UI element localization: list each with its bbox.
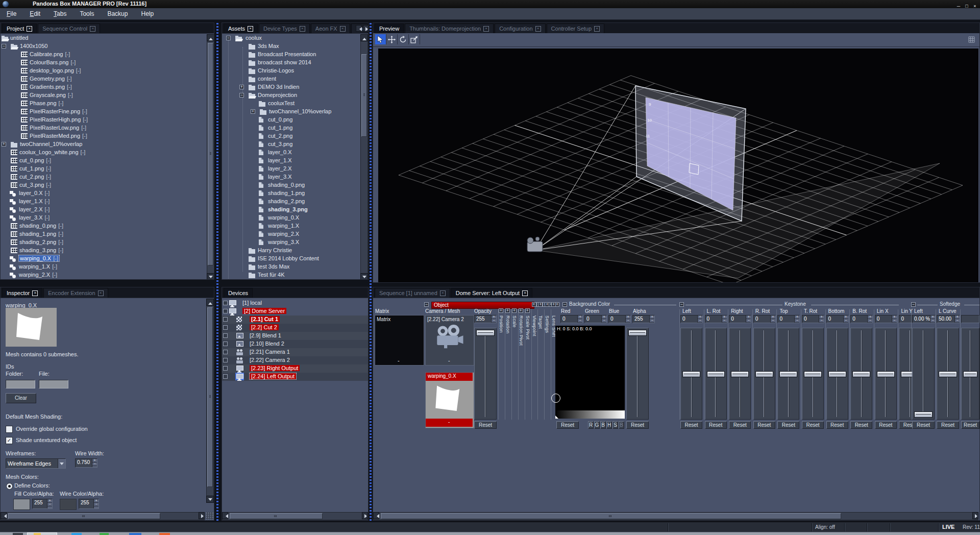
spinner-buttons[interactable]: +−: [867, 315, 872, 323]
param-expander[interactable]: +: [525, 308, 530, 313]
keystone-slider[interactable]: [753, 328, 775, 420]
select-tool-icon[interactable]: [375, 34, 386, 44]
tree-item-label[interactable]: PixelRasterMed.png[-]: [30, 133, 87, 139]
spinner-buttons[interactable]: +−: [601, 315, 606, 323]
device-row[interactable]: [1] local: [222, 299, 368, 307]
channel-r-button[interactable]: R: [588, 421, 594, 429]
keystone-value[interactable]: 0+−: [802, 315, 824, 323]
tree-item-label[interactable]: ISE 2014 Lobby Content: [258, 255, 319, 261]
tree-item[interactable]: warping_3.X: [222, 238, 359, 247]
grid-icon[interactable]: [966, 34, 977, 44]
scroll-left-button[interactable]: [222, 512, 228, 519]
taskbar-icon[interactable]: [129, 533, 141, 535]
tree-item[interactable]: Calibrate.png[-]: [1, 51, 205, 59]
keystone-slider[interactable]: [729, 328, 751, 420]
projector-model[interactable]: [527, 237, 543, 252]
keystone-slider[interactable]: [680, 328, 702, 420]
tab-close-icon[interactable]: ×: [483, 26, 489, 32]
preview-tab-controller-setup[interactable]: Controller Setup×: [547, 23, 605, 33]
tree-item-label[interactable]: shading_3.png: [268, 206, 308, 212]
wire-width-spinner[interactable]: 0.750+−: [75, 458, 97, 468]
menu-item-edit[interactable]: Edit: [23, 8, 47, 19]
scroll-right-button[interactable]: [199, 512, 205, 519]
tree-item[interactable]: warping_3.X[-]: [1, 279, 205, 280]
slider-thumb[interactable]: [476, 330, 495, 336]
keystone-value[interactable]: 0+−: [753, 315, 776, 323]
project-tab-project[interactable]: Project×: [2, 23, 37, 33]
horizontal-scrollbar[interactable]: [1, 512, 205, 520]
tree-item-label[interactable]: Broadcast Presentation: [258, 51, 316, 57]
clear-button[interactable]: Clear: [6, 393, 36, 403]
device-label[interactable]: [2.10] Blend 2: [250, 341, 284, 347]
preview-viewport[interactable]: 91011: [378, 48, 978, 282]
device-expander[interactable]: [223, 374, 228, 379]
tree-item-label[interactable]: shading_1.png: [268, 190, 305, 196]
taskbar-icon[interactable]: [71, 533, 82, 535]
tree-item-label[interactable]: cooluxTest: [268, 100, 295, 106]
tree-item-label[interactable]: Calibrate.png[-]: [30, 51, 70, 57]
taskbar-icon[interactable]: [13, 533, 23, 535]
tree-item-label[interactable]: Christie-Logos: [258, 67, 294, 74]
keystone-reset-button[interactable]: Reset: [680, 421, 702, 429]
vertical-scrollbar[interactable]: [360, 34, 368, 280]
tree-item[interactable]: layer_0.X[-]: [1, 189, 205, 198]
windows-taskbar[interactable]: [0, 532, 980, 535]
tree-item[interactable]: shading_1.png[-]: [1, 230, 205, 238]
opacity-value[interactable]: 255+−: [474, 315, 497, 323]
scrollbar-thumb[interactable]: [208, 43, 213, 265]
tree-item[interactable]: shading_0.png[-]: [1, 222, 205, 230]
bg-reset-button[interactable]: Reset: [556, 421, 579, 429]
spinner-buttons[interactable]: +−: [491, 315, 496, 323]
tree-item[interactable]: layer_3.X[-]: [1, 214, 205, 222]
device-row[interactable]: [2] Dome Server: [222, 307, 368, 315]
device-expander[interactable]: [223, 358, 228, 362]
tree-item[interactable]: coolux_Logo_white.png[-]: [1, 149, 205, 157]
tab-close-icon[interactable]: ×: [32, 290, 38, 296]
keystone-reset-button[interactable]: Reset: [705, 421, 727, 429]
tree-item[interactable]: test 3ds Max: [222, 263, 359, 271]
shade-checkbox[interactable]: ✓: [6, 437, 13, 444]
tree-item[interactable]: cut_3.png[-]: [1, 181, 205, 189]
softedge-slider[interactable]: [937, 328, 959, 420]
tree-item-label[interactable]: cut_1.png[-]: [19, 165, 51, 172]
taskbar-active-app[interactable]: [27, 532, 57, 535]
minus-expander[interactable]: −: [2, 44, 6, 48]
tree-item-label[interactable]: coolux_Logo_white.png[-]: [19, 149, 85, 155]
device-expander[interactable]: [223, 350, 228, 354]
device-label[interactable]: [2.24] Left Output: [250, 373, 296, 379]
matrix-thumbnail[interactable]: Matrix-: [375, 315, 424, 366]
device-expander[interactable]: [223, 301, 228, 305]
horizontal-scrollbar[interactable]: [222, 512, 368, 520]
tree-item[interactable]: Harry Christie: [222, 247, 359, 255]
keystone-reset-button[interactable]: Reset: [777, 421, 799, 429]
tree-item[interactable]: cut_2.png: [222, 132, 359, 140]
tree-item[interactable]: −Domeprojection: [222, 91, 359, 100]
device-row[interactable]: [2.24] Left Output: [222, 373, 368, 381]
tree-item-label[interactable]: twoChannel_10%overlap: [269, 108, 331, 114]
slider-thumb[interactable]: [731, 371, 749, 377]
param-expander[interactable]: +: [499, 308, 503, 313]
tree-item-label[interactable]: layer_3.X: [268, 174, 291, 180]
scrollbar-thumb[interactable]: [361, 54, 367, 137]
param-expander[interactable]: +: [538, 302, 543, 307]
param-expander[interactable]: +: [519, 308, 523, 313]
spinner-buttons[interactable]: +−: [794, 315, 799, 323]
tree-item-label[interactable]: shading_1.png[-]: [19, 231, 63, 237]
tree-item-label[interactable]: cut_3.png[-]: [19, 182, 51, 188]
menu-item-tools[interactable]: Tools: [73, 8, 101, 19]
keystone-reset-button[interactable]: Reset: [753, 421, 775, 429]
tree-item[interactable]: PixelRasterLow.png[-]: [1, 124, 205, 132]
tree-item[interactable]: cut_1.png: [222, 124, 359, 132]
tree-item-label[interactable]: cut_0.png[-]: [19, 157, 51, 163]
tree-item-label[interactable]: 3ds Max: [258, 43, 279, 49]
tree-item-label[interactable]: warping_2.X[-]: [19, 272, 57, 278]
param-expander[interactable]: +: [545, 302, 549, 307]
keystone-slider[interactable]: [850, 328, 872, 420]
tree-item-label[interactable]: layer_2.X: [268, 165, 291, 172]
tree-item[interactable]: cut_0.png[-]: [1, 157, 205, 165]
tree-item[interactable]: cut_3.png: [222, 140, 359, 149]
chevron-down-icon[interactable]: [58, 459, 66, 468]
tab-close-icon[interactable]: ×: [340, 26, 346, 32]
tree-item[interactable]: 3ds Max: [222, 42, 359, 51]
slider-thumb[interactable]: [779, 371, 797, 377]
